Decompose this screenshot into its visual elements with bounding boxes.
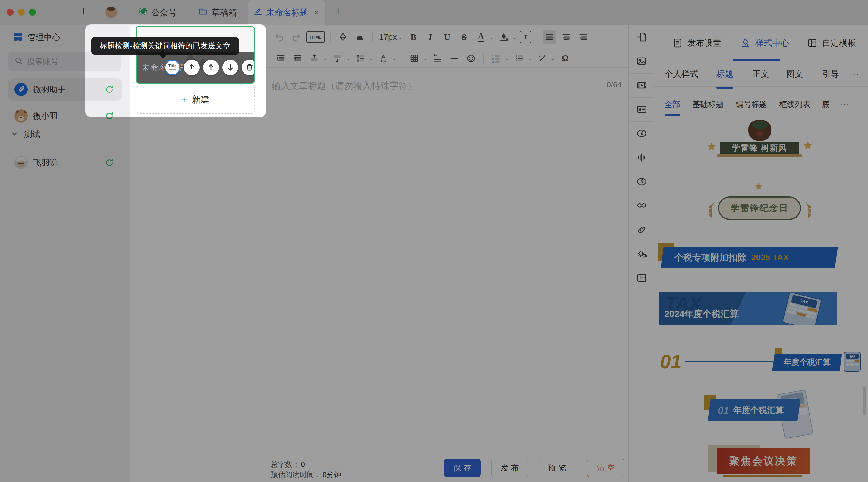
sync-icon[interactable] [105, 85, 114, 94]
chevron-down-icon[interactable]: ⌄ [551, 55, 555, 61]
new-tab-icon-left[interactable]: + [80, 4, 87, 18]
account-row-weiyu-assistant[interactable]: 微羽助手 [8, 78, 122, 101]
magic-wand-icon[interactable] [535, 52, 549, 65]
search-account-input[interactable]: 搜索账号 [8, 52, 121, 71]
article-title-input[interactable] [271, 68, 580, 103]
horizontal-rule-icon[interactable] [447, 52, 461, 65]
move-up-button[interactable] [203, 60, 219, 75]
space-above-icon[interactable] [307, 52, 321, 65]
special-char-icon[interactable]: Ω [558, 52, 572, 65]
bold-button[interactable]: B [407, 30, 421, 44]
group-test[interactable]: 测试 [11, 129, 40, 140]
strikethrough-button[interactable]: S [457, 30, 471, 44]
tab-untitled-active[interactable]: 未命名标题 × [248, 0, 326, 25]
chevron-down-icon[interactable]: ⌄ [513, 34, 517, 40]
category-personal[interactable]: 个人样式 [664, 61, 698, 87]
chevron-down-icon[interactable]: ⌄ [490, 34, 494, 40]
insert-card-icon[interactable] [629, 97, 654, 122]
account-row-weixiaoyu[interactable]: 微小羽 [8, 105, 122, 127]
media-settings-icon[interactable] [629, 242, 654, 266]
redo-icon[interactable] [289, 30, 303, 44]
draft-article-card[interactable]: 未命名文章 Title [135, 26, 255, 84]
undo-icon[interactable] [273, 30, 286, 44]
delete-article-button[interactable] [242, 60, 255, 75]
filter-numbered-title[interactable]: 编号标题 [736, 93, 767, 116]
tab-publish-settings[interactable]: 发布设置 [673, 25, 721, 61]
filter-all[interactable]: 全部 [664, 93, 680, 116]
clear-format-icon[interactable] [336, 30, 350, 44]
zoom-window-button[interactable] [29, 9, 36, 16]
italic-button[interactable]: I [424, 30, 437, 44]
sidebar-item-management[interactable]: 管理中心 [13, 32, 60, 43]
highlight-color-button[interactable] [497, 30, 511, 44]
publish-button[interactable]: 发布 [491, 458, 528, 477]
new-tab-icon[interactable]: + [335, 4, 341, 18]
sync-icon[interactable] [105, 158, 114, 167]
save-button[interactable]: 保存 [444, 458, 481, 477]
filter-border-list[interactable]: 框线列表 [779, 93, 810, 116]
align-center-button[interactable] [559, 30, 573, 44]
space-below-icon[interactable] [330, 52, 344, 65]
font-color-button[interactable]: A [474, 30, 488, 44]
tab-style-center[interactable]: 样式中心 [740, 25, 789, 61]
outdent-icon[interactable] [274, 52, 287, 65]
account-name: 微小羽 [33, 110, 58, 121]
insert-music-icon[interactable] [629, 121, 654, 146]
preview-button[interactable]: 预览 [538, 458, 575, 477]
category-more-button[interactable]: ··· [849, 61, 859, 87]
category-imagetext[interactable]: 图文 [786, 61, 803, 87]
move-down-button[interactable] [222, 60, 238, 75]
new-article-button[interactable]: + 新建 [135, 86, 255, 114]
category-body[interactable]: 正文 [752, 61, 769, 87]
minimize-window-button[interactable] [18, 9, 25, 16]
export-article-button[interactable] [184, 60, 199, 75]
insert-image-icon[interactable] [629, 49, 654, 73]
letter-spacing-icon[interactable] [376, 52, 390, 65]
style-card-tax-2024[interactable]: TAX 2024年度个税汇算 TAX [659, 292, 837, 325]
chevron-down-icon[interactable]: ⌄ [346, 55, 350, 61]
filter-clipped[interactable]: 底 [822, 93, 830, 116]
tab-official-account[interactable]: 公众号 [133, 0, 182, 25]
insert-link-icon[interactable] [629, 218, 654, 242]
sync-icon[interactable] [105, 111, 114, 121]
title-detect-button[interactable]: Title [164, 60, 180, 75]
text-style-button[interactable]: T [520, 31, 531, 43]
chevron-down-icon[interactable]: ⌄ [528, 55, 532, 61]
emoji-icon[interactable] [464, 52, 478, 65]
align-justify-button[interactable] [542, 30, 556, 44]
underline-button[interactable]: U [440, 30, 454, 44]
ordered-list-icon[interactable]: 123 [489, 52, 503, 65]
html-source-button[interactable]: HTML [306, 31, 325, 43]
tab-custom-template[interactable]: 自定模板 [807, 25, 856, 61]
filter-more-button[interactable]: ··· [840, 93, 849, 116]
indent-icon[interactable] [290, 52, 304, 65]
blockquote-icon[interactable]: ❝ [430, 52, 444, 65]
account-row-feiyushuo[interactable]: 飞羽说 [8, 152, 122, 174]
layout-icon[interactable] [629, 266, 654, 290]
chevron-down-icon[interactable]: ⌄ [423, 55, 427, 61]
format-painter-icon[interactable] [353, 30, 367, 44]
user-avatar[interactable] [105, 7, 117, 18]
panel-scrollbar-thumb[interactable] [863, 386, 866, 415]
line-height-icon[interactable] [353, 52, 367, 65]
close-window-button[interactable] [7, 9, 13, 16]
chevron-down-icon[interactable]: ⌄ [323, 55, 327, 61]
unordered-list-icon[interactable] [513, 52, 526, 65]
filter-basic-title[interactable]: 基础标题 [692, 93, 724, 116]
channels-icon[interactable] [629, 194, 654, 218]
font-size-dropdown[interactable]: 17px ⌄ [378, 33, 404, 42]
table-icon[interactable] [407, 52, 421, 65]
category-title[interactable]: 标题 [716, 61, 733, 87]
chevron-down-icon[interactable]: ⌄ [392, 55, 396, 61]
tab-drafts[interactable]: 草稿箱 [193, 0, 242, 25]
import-doc-icon[interactable] [629, 25, 654, 50]
insert-video-icon[interactable] [629, 73, 654, 98]
insert-audio-icon[interactable] [629, 146, 654, 170]
align-right-button[interactable] [576, 30, 590, 44]
category-guide[interactable]: 引导 [823, 61, 839, 87]
chevron-down-icon[interactable]: ⌄ [369, 55, 373, 61]
clear-button[interactable]: 清空 [587, 458, 624, 477]
insert-mini-program-icon[interactable] [629, 170, 654, 194]
chevron-down-icon[interactable]: ⌄ [505, 55, 509, 61]
close-tab-icon[interactable]: × [314, 7, 319, 18]
